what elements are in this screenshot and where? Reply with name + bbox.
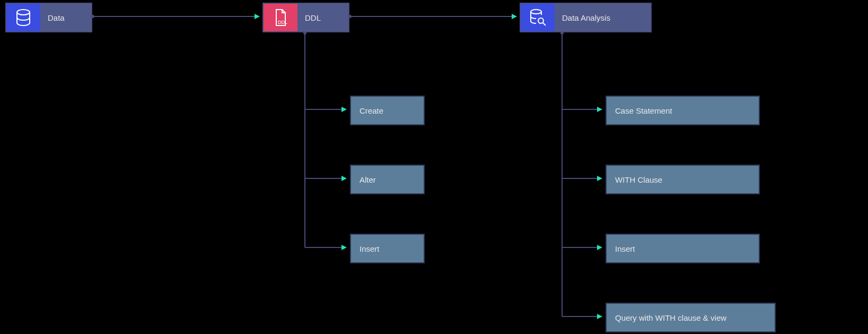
ddl-file-icon: DDL xyxy=(264,4,297,31)
sub-analysis-case[interactable]: Case Statement xyxy=(606,96,760,125)
node-analysis-label: Data Analysis xyxy=(555,13,618,22)
sub-label: Insert xyxy=(360,244,380,253)
svg-point-2 xyxy=(531,10,541,14)
sub-label: WITH Clause xyxy=(615,175,662,184)
db-search-icon xyxy=(521,4,555,31)
sub-analysis-with[interactable]: WITH Clause xyxy=(606,165,760,194)
sub-ddl-insert[interactable]: Insert xyxy=(350,234,425,263)
svg-point-0 xyxy=(17,10,30,15)
sub-analysis-insert[interactable]: Insert xyxy=(606,234,760,263)
svg-text:DDL: DDL xyxy=(278,20,287,25)
node-ddl[interactable]: DDL DDL xyxy=(262,3,349,32)
sub-label: Insert xyxy=(615,244,635,253)
node-analysis[interactable]: Data Analysis xyxy=(520,3,652,32)
node-data-label: Data xyxy=(40,13,72,22)
sub-label: Alter xyxy=(360,175,376,184)
sub-label: Query with WITH clause & view xyxy=(615,313,726,322)
sub-ddl-create[interactable]: Create xyxy=(350,96,425,125)
database-icon xyxy=(6,4,40,31)
sub-label: Create xyxy=(360,106,383,115)
node-data[interactable]: Data xyxy=(5,3,92,32)
sub-analysis-query[interactable]: Query with WITH clause & view xyxy=(606,303,776,332)
sub-label: Case Statement xyxy=(615,106,672,115)
diagram-canvas: Data DDL DDL Data Analysis Create xyxy=(0,0,868,334)
sub-ddl-alter[interactable]: Alter xyxy=(350,165,425,194)
svg-point-3 xyxy=(538,18,543,23)
node-ddl-label: DDL xyxy=(297,13,328,22)
